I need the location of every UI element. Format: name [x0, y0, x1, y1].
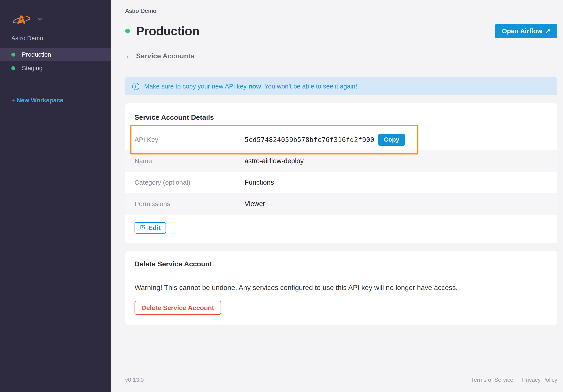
details-card-title: Service Account Details — [125, 103, 557, 122]
external-link-icon: ↗ — [545, 27, 550, 35]
new-workspace-link[interactable]: + New Workspace — [0, 97, 111, 104]
api-key-label: API Key — [135, 136, 244, 143]
svg-text:A: A — [17, 13, 26, 26]
detail-row-category: Category (optional) Functions — [125, 172, 557, 193]
version-label: v0.13.0 — [125, 377, 144, 383]
details-rows: API Key 5cd574824059b578bfc76f316fd2f900… — [125, 129, 557, 215]
app-window: A Astro Demo Production Staging + New Wo… — [0, 0, 563, 392]
astronomer-logo: A — [12, 11, 31, 27]
info-icon: i — [132, 83, 139, 90]
back-label: Service Accounts — [136, 52, 194, 60]
banner-text: Make sure to copy your new API key now. … — [144, 83, 357, 90]
api-key-value: 5cd574824059b578bfc76f316fd2f900 — [244, 136, 374, 144]
edit-label: Edit — [148, 224, 161, 232]
permissions-value: Viewer — [244, 200, 265, 208]
deployment-nav: Production Staging — [0, 48, 111, 75]
sidebar-item-label: Staging — [22, 65, 43, 72]
open-airflow-label: Open Airflow — [502, 27, 542, 35]
sidebar-workspace-name: Astro Demo — [0, 35, 111, 42]
privacy-policy-link[interactable]: Privacy Policy — [522, 377, 557, 383]
workspace-label: Astro Demo — [125, 7, 557, 15]
name-label: Name — [135, 157, 244, 165]
copy-button[interactable]: Copy — [378, 134, 405, 146]
delete-card-title: Delete Service Account — [125, 251, 557, 268]
edit-icon — [140, 224, 146, 232]
sidebar: A Astro Demo Production Staging + New Wo… — [0, 0, 111, 392]
divider — [125, 275, 557, 275]
footer: v0.13.0 Terms of Service Privacy Policy — [125, 377, 557, 383]
name-value: astro-airflow-deploy — [244, 157, 304, 165]
chevron-down-icon[interactable] — [37, 15, 43, 22]
sidebar-item-staging[interactable]: Staging — [0, 61, 111, 75]
delete-service-account-card: Delete Service Account Warning! This can… — [125, 251, 557, 325]
delete-service-account-button[interactable]: Delete Service Account — [135, 301, 221, 315]
edit-button[interactable]: Edit — [135, 222, 166, 234]
api-key-info-banner: i Make sure to copy your new API key now… — [125, 77, 557, 95]
sidebar-item-production[interactable]: Production — [0, 48, 111, 61]
open-airflow-button[interactable]: Open Airflow ↗ — [495, 24, 557, 38]
status-dot-staging — [11, 66, 15, 70]
main-content: Astro Demo Production Open Airflow ↗ ← S… — [111, 0, 563, 392]
workspace-switcher[interactable]: A — [0, 10, 111, 28]
detail-row-api-key: API Key 5cd574824059b578bfc76f316fd2f900… — [125, 129, 557, 150]
page-title: Production — [136, 24, 200, 39]
status-dot-production — [11, 53, 15, 57]
back-to-service-accounts[interactable]: ← Service Accounts — [125, 52, 557, 60]
deployment-status-dot — [125, 29, 130, 33]
detail-row-permissions: Permissions Viewer — [125, 193, 557, 215]
sidebar-item-label: Production — [22, 51, 51, 58]
service-account-details-card: Service Account Details API Key 5cd57482… — [125, 103, 557, 243]
back-arrow-icon: ← — [125, 52, 132, 60]
category-value: Functions — [244, 179, 274, 186]
page-header: Production Open Airflow ↗ — [125, 24, 557, 39]
category-label: Category (optional) — [135, 179, 244, 186]
permissions-label: Permissions — [135, 200, 244, 208]
detail-row-name: Name astro-airflow-deploy — [125, 150, 557, 172]
terms-of-service-link[interactable]: Terms of Service — [471, 377, 513, 383]
delete-warning-text: Warning! This cannot be undone. Any serv… — [125, 283, 557, 292]
